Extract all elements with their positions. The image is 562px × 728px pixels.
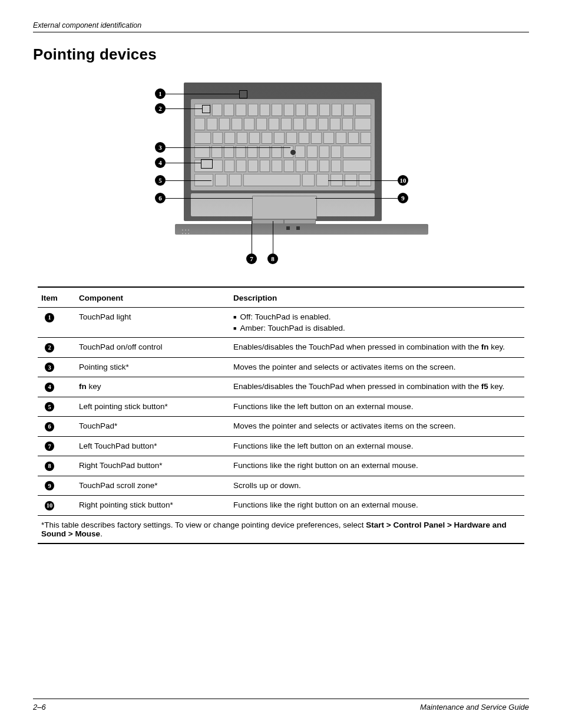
keyboard-icon — [194, 104, 371, 186]
item-badge: 2 — [45, 343, 54, 353]
component-cell: Left pointing stick button* — [75, 397, 230, 417]
table-row: 4fn keyEnables/disables the TouchPad whe… — [38, 377, 524, 397]
item-cell: 2 — [38, 338, 75, 358]
laptop-body — [184, 83, 382, 221]
description-cell: Enables/disables the TouchPad when press… — [230, 377, 524, 397]
footnote-cell: *This table describes factory settings. … — [38, 515, 524, 543]
component-table: Item Component Description 1TouchPad lig… — [38, 286, 524, 544]
table-row: 6TouchPad*Moves the pointer and selects … — [38, 417, 524, 437]
table-row: 5Left pointing stick button*Functions li… — [38, 397, 524, 417]
item-cell: 10 — [38, 496, 75, 516]
table-row: 8Right TouchPad button*Functions like th… — [38, 456, 524, 476]
running-header: External component identification — [33, 21, 529, 32]
page-number: 2–6 — [33, 703, 46, 711]
component-cell: Right TouchPad button* — [75, 456, 230, 476]
front-edge: • • •• • • — [175, 224, 428, 235]
component-cell: TouchPad light — [75, 308, 230, 338]
callout-9: 9 — [398, 193, 408, 203]
table-row: 7Left TouchPad button*Functions like the… — [38, 436, 524, 456]
description-cell: Moves the pointer and selects or activat… — [230, 417, 524, 437]
item-badge: 3 — [45, 363, 54, 372]
callout-7: 7 — [246, 253, 257, 264]
item-cell: 7 — [38, 436, 75, 456]
item-cell: 1 — [38, 308, 75, 338]
description-cell: Moves the pointer and selects or activat… — [230, 357, 524, 377]
callout-2: 2 — [155, 103, 166, 114]
description-cell: Functions like the right button on an ex… — [230, 496, 524, 516]
item-badge: 1 — [45, 313, 54, 322]
item-cell: 8 — [38, 456, 75, 476]
callout-10: 10 — [398, 175, 408, 186]
item-badge: 7 — [45, 442, 54, 451]
pointing-stick-icon — [290, 149, 296, 156]
footnote-row: *This table describes factory settings. … — [38, 515, 524, 543]
callout-3: 3 — [155, 142, 166, 153]
col-header-component: Component — [75, 287, 230, 308]
item-cell: 9 — [38, 476, 75, 496]
touchpad-icon — [252, 196, 317, 219]
guide-title: Maintenance and Service Guide — [420, 703, 529, 711]
component-cell: Pointing stick* — [75, 357, 230, 377]
callout-8: 8 — [267, 253, 278, 264]
component-cell: fn key — [75, 377, 230, 397]
table-row: 3Pointing stick*Moves the pointer and se… — [38, 357, 524, 377]
touchpad-buttons — [252, 219, 316, 224]
description-cell: Functions like the left button on an ext… — [230, 436, 524, 456]
section-title: Pointing devices — [33, 45, 529, 64]
item-badge: 9 — [45, 481, 54, 490]
component-cell: TouchPad on/off control — [75, 338, 230, 358]
table-body: 1TouchPad lightOff: TouchPad is enabled.… — [38, 308, 524, 543]
description-bullet: Amber: TouchPad is disabled. — [233, 324, 521, 332]
component-cell: TouchPad* — [75, 417, 230, 437]
document-page: External component identification Pointi… — [0, 0, 562, 728]
laptop-diagram: • • •• • • 1 2 3 4 5 6 7 — [151, 75, 411, 270]
item-badge: 5 — [45, 402, 54, 411]
callout-4: 4 — [155, 157, 166, 168]
item-badge: 8 — [45, 462, 54, 471]
table-row: 9TouchPad scroll zone*Scrolls up or down… — [38, 476, 524, 496]
item-cell: 3 — [38, 357, 75, 377]
item-cell: 4 — [38, 377, 75, 397]
description-cell: Functions like the left button on an ext… — [230, 397, 524, 417]
component-cell: TouchPad scroll zone* — [75, 476, 230, 496]
col-header-item: Item — [38, 287, 75, 308]
description-cell: Off: TouchPad is enabled.Amber: TouchPad… — [230, 308, 524, 338]
description-bullet: Off: TouchPad is enabled. — [233, 312, 521, 321]
table-row: 10Right pointing stick button*Functions … — [38, 496, 524, 516]
diagram-wrapper: • • •• • • 1 2 3 4 5 6 7 — [33, 75, 529, 270]
page-footer: 2–6 Maintenance and Service Guide — [33, 699, 529, 711]
component-cell: Right pointing stick button* — [75, 496, 230, 516]
callout-6: 6 — [155, 193, 166, 203]
col-header-description: Description — [230, 287, 524, 308]
item-badge: 10 — [45, 501, 54, 510]
callout-1: 1 — [155, 88, 166, 99]
callout-5: 5 — [155, 175, 166, 186]
table-row: 1TouchPad lightOff: TouchPad is enabled.… — [38, 308, 524, 338]
item-cell: 6 — [38, 417, 75, 437]
item-cell: 5 — [38, 397, 75, 417]
description-cell: Functions like the right button on an ex… — [230, 456, 524, 476]
item-badge: 6 — [45, 422, 54, 431]
item-badge: 4 — [45, 383, 54, 392]
description-cell: Enables/disables the TouchPad when press… — [230, 338, 524, 358]
description-cell: Scrolls up or down. — [230, 476, 524, 496]
table-row: 2TouchPad on/off controlEnables/disables… — [38, 338, 524, 358]
component-cell: Left TouchPad button* — [75, 436, 230, 456]
